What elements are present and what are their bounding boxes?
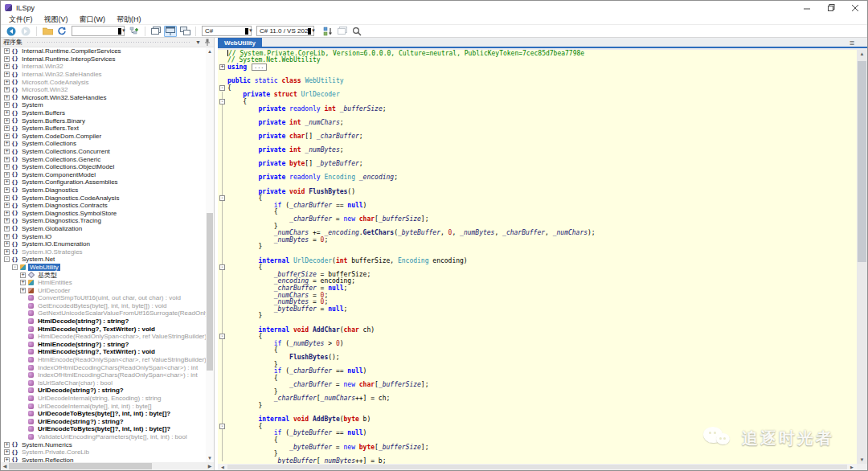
expand-expander-icon[interactable]: +: [4, 203, 10, 208]
tree-label[interactable]: IndexOfHtmlDecodingChars(ReadOnlySpan<ch…: [36, 364, 199, 371]
panel-pin-icon[interactable]: [203, 38, 211, 47]
expand-expander-icon[interactable]: +: [4, 195, 10, 201]
tree-row[interactable]: HtmlDecode(ReadOnlySpan<char>, ref Value…: [1, 333, 206, 341]
tree-row[interactable]: +{}System.Configuration.Assemblies: [1, 178, 206, 186]
tree-row[interactable]: +{}System.Private.CoreLib: [1, 448, 206, 457]
expand-expander-icon[interactable]: +: [4, 179, 10, 185]
tree-label[interactable]: System: [20, 101, 45, 109]
editor-hscroll-thumb[interactable]: [227, 465, 847, 469]
tree-label[interactable]: IndexOfHtmlEncodingChars(ReadOnlySpan<ch…: [36, 371, 199, 379]
maximize-button[interactable]: [819, 1, 843, 14]
tree-row[interactable]: +{}Internal.Win32: [1, 63, 206, 71]
tree-label[interactable]: UrlEncode(string?) : string?: [36, 418, 125, 425]
clone-window-icon[interactable]: [149, 26, 162, 37]
tree-label[interactable]: HtmlDecode(string?) : string?: [36, 317, 130, 325]
tree-label[interactable]: System.Collections.Generic: [20, 156, 102, 163]
tree-label[interactable]: UrlEncodeToBytes(byte[]?, int, int) : by…: [36, 425, 172, 432]
tree-row[interactable]: UrlDecodeToBytes(byte[]?, int, int) : by…: [1, 410, 206, 418]
tree-label[interactable]: System.IO.Enumeration: [20, 240, 92, 248]
tree-label[interactable]: HtmlEncode(string?, TextWriter) : void: [36, 348, 157, 355]
menu-item-1[interactable]: 视图(V): [39, 14, 74, 25]
tree-row[interactable]: HtmlEncode(ReadOnlySpan<char>, ref Value…: [1, 356, 206, 364]
tree-label[interactable]: System.Collections.ObjectModel: [20, 163, 116, 170]
assembly-list-combo[interactable]: ▼: [72, 26, 125, 36]
tree-row[interactable]: +{}System.IO.Strategies: [1, 248, 206, 256]
language-version-combo[interactable]: C# 11.0 / VS 202 ▼: [256, 26, 314, 36]
tree-row[interactable]: IsUrlSafeChar(char) : bool: [1, 379, 206, 387]
tree-row[interactable]: UrlEncode(string?) : string?: [1, 418, 206, 426]
tree-label[interactable]: Internal.Win32.SafeHandles: [20, 71, 104, 78]
dock-pane-icon[interactable]: [164, 26, 177, 37]
expand-expander-icon[interactable]: +: [4, 87, 10, 92]
expand-expander-icon[interactable]: +: [4, 63, 10, 69]
fold-collapse-icon[interactable]: -: [219, 99, 225, 104]
fold-collapse-icon[interactable]: -: [219, 264, 225, 270]
language-combo[interactable]: C# ▼: [202, 26, 252, 36]
fold-collapse-icon[interactable]: -: [219, 424, 225, 429]
tree-label[interactable]: Internal.Runtime.InteropServices: [20, 55, 117, 63]
tree-row[interactable]: HtmlDecode(string?, TextWriter) : void: [1, 325, 206, 333]
panel-drag-grip[interactable]: [27, 40, 190, 44]
tree-label[interactable]: System.Collections: [20, 140, 78, 147]
tree-label[interactable]: System.Reflection: [20, 457, 75, 462]
tree-label[interactable]: UrlDecode(string?) : string?: [36, 387, 125, 394]
tree-label[interactable]: System.Collections.Concurrent: [20, 148, 112, 155]
fold-expand-icon[interactable]: +: [219, 64, 225, 70]
scroll-down-arrow-icon[interactable]: ▼: [857, 456, 867, 464]
tree-label[interactable]: HtmlEncode(ReadOnlySpan<char>, ref Value…: [36, 356, 206, 363]
tree-row[interactable]: +{}System.IO: [1, 232, 206, 240]
expand-expander-icon[interactable]: +: [4, 172, 10, 178]
expand-expander-icon[interactable]: +: [4, 211, 10, 216]
editor-vertical-scrollbar[interactable]: ▲ ▼: [857, 50, 867, 464]
tree-label[interactable]: System.Net: [20, 256, 56, 263]
tree-row[interactable]: -WebUtility: [1, 264, 206, 272]
expand-expander-icon[interactable]: +: [4, 187, 10, 193]
fold-collapse-icon[interactable]: -: [219, 85, 225, 91]
expand-expander-icon[interactable]: +: [4, 164, 10, 170]
tree-label[interactable]: System.Configuration.Assemblies: [20, 178, 120, 186]
expand-expander-icon[interactable]: +: [4, 241, 10, 247]
expand-expander-icon[interactable]: +: [4, 110, 10, 116]
editor-vscroll-thumb[interactable]: [858, 61, 866, 262]
tree-row[interactable]: +{}System.Diagnostics.Contracts: [1, 202, 206, 210]
tree-row[interactable]: UrlDecode(string?) : string?: [1, 387, 206, 395]
editor-horizontal-scrollbar[interactable]: ◀ ▶: [218, 464, 857, 470]
refresh-icon[interactable]: [55, 26, 68, 37]
tree-row[interactable]: +{}System: [1, 101, 206, 109]
tree-label[interactable]: System.ComponentModel: [20, 171, 97, 178]
tree-row[interactable]: +UrlDecoder: [1, 286, 206, 294]
tree-label[interactable]: ValidateUrlEncodingParameters(byte[], in…: [36, 433, 189, 440]
expand-expander-icon[interactable]: +: [4, 234, 10, 240]
tree-row[interactable]: +{}System.Collections.ObjectModel: [1, 163, 206, 171]
tree-row[interactable]: +基类型: [1, 271, 206, 279]
tree-row[interactable]: +{}System.CodeDom.Compiler: [1, 133, 206, 141]
tree-label[interactable]: System.CodeDom.Compiler: [20, 133, 103, 140]
tree-row[interactable]: +{}Microsoft.Win32.SafeHandles: [1, 94, 206, 102]
tree-row[interactable]: +{}Internal.Runtime.InteropServices: [1, 55, 206, 63]
expand-expander-icon[interactable]: +: [4, 95, 10, 100]
fold-collapse-icon[interactable]: -: [219, 195, 225, 201]
tree-label[interactable]: IsUrlSafeChar(char) : bool: [36, 379, 114, 387]
expand-expander-icon[interactable]: +: [4, 118, 10, 124]
tree-label[interactable]: 基类型: [36, 271, 59, 280]
tree-row[interactable]: IndexOfHtmlEncodingChars(ReadOnlySpan<ch…: [1, 371, 206, 379]
tree-label[interactable]: System.IO.Strategies: [20, 248, 84, 256]
collapse-expander-icon[interactable]: -: [12, 264, 18, 270]
expand-expander-icon[interactable]: +: [20, 280, 26, 285]
tree-label[interactable]: Internal.Win32: [20, 63, 65, 70]
tree-row[interactable]: UrlDecodeInternal(byte[], int, int) : by…: [1, 402, 206, 410]
scroll-left-arrow-icon[interactable]: ◀: [1, 462, 9, 470]
scroll-right-arrow-icon[interactable]: ▶: [206, 462, 214, 470]
tree-row[interactable]: +{}Internal.Win32.SafeHandles: [1, 71, 206, 79]
tree-row[interactable]: +{}Internal.Runtime.CompilerServices: [1, 47, 206, 55]
tree-label[interactable]: System.Diagnostics: [20, 186, 80, 194]
close-button[interactable]: [843, 1, 867, 14]
search-icon[interactable]: [350, 26, 363, 37]
tab-webutility[interactable]: WebUtility: [218, 38, 262, 48]
tree-row[interactable]: UrlDecodeInternal(string, Encoding) : st…: [1, 395, 206, 403]
tree-row[interactable]: +{}System.Globalization: [1, 225, 206, 233]
tree-row[interactable]: +{}Microsoft.Win32: [1, 86, 206, 94]
expand-expander-icon[interactable]: +: [4, 125, 10, 131]
tree-row[interactable]: +{}System.Numerics: [1, 440, 206, 448]
new-window-icon[interactable]: [178, 26, 191, 37]
